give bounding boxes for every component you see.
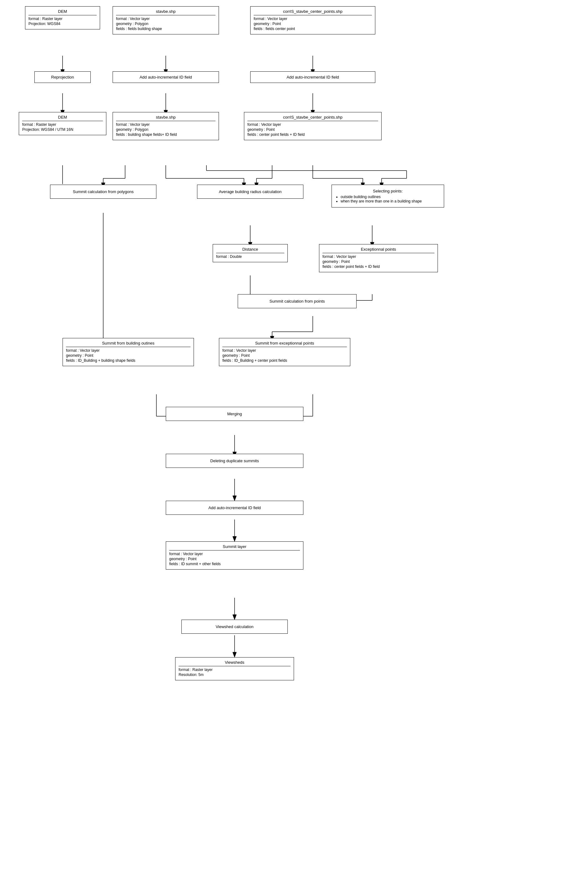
corris-reprojected-line2: geometry : Point <box>247 127 378 132</box>
exceptional-points-line1: format : Vector layer <box>322 255 434 259</box>
corris-reprojected-box: corrIS_stavbe_center_points.shp format :… <box>244 112 382 140</box>
selecting-points-item2: when they are more than one in a buildin… <box>341 199 440 203</box>
corris-input-line2: geometry : Point <box>254 22 372 26</box>
dem-input-title: DEM <box>28 9 97 14</box>
viewsheds-box: Viewsheds format : Raster layer Resoluti… <box>175 657 294 680</box>
stavbe-reprojected-box: stavbe.shp format : Vector layer geometr… <box>113 112 219 140</box>
summit-from-points-label: Summit calculation from points <box>269 299 325 304</box>
avg-building-radius-label: Average building radius calculation <box>219 189 282 194</box>
stavbe-input-title: stavbe.shp <box>116 9 215 14</box>
stavbe-reprojected-line1: format : Vector layer <box>116 122 215 127</box>
stavbe-reprojected-title: stavbe.shp <box>116 115 215 119</box>
add-id-corris-label: Add auto-incremental ID field <box>287 75 339 79</box>
avg-building-radius-box: Average building radius calculation <box>197 185 303 199</box>
reprojection-box: Reprojection <box>34 72 91 83</box>
summit-layer-line3: fields : ID summit + other fields <box>169 562 300 566</box>
deleting-duplicates-label: Deleting duplicate summits <box>210 459 259 463</box>
deleting-duplicates-box: Deleting duplicate summits <box>166 454 303 468</box>
corris-reprojected-title: corrIS_stavbe_center_points.shp <box>247 115 378 119</box>
summit-from-exceptional-title: Summit from exceptionnal points <box>223 341 347 346</box>
add-id-final-box: Add auto-incremental ID field <box>166 501 303 515</box>
dem-input-line1: format : Raster layer <box>28 16 97 21</box>
summit-layer-line1: format : Vector layer <box>169 552 300 556</box>
summit-layer-line2: geometry : Point <box>169 557 300 561</box>
viewsheds-line1: format : Raster layer <box>178 667 291 672</box>
corris-reprojected-line1: format : Vector layer <box>247 122 378 127</box>
dem-reprojected-title: DEM <box>22 115 103 119</box>
reprojection-label: Reprojection <box>51 75 74 79</box>
svg-marker-69 <box>233 652 236 657</box>
corris-input-box: corrIS_stavbe_center_points.shp format :… <box>250 6 375 34</box>
viewshed-calc-label: Viewshed calculation <box>215 624 253 629</box>
exceptional-points-line3: fields : center point fields + ID field <box>322 264 434 269</box>
summit-from-exceptional-line1: format : Vector layer <box>223 348 347 353</box>
stavbe-input-line2: geometry : Polygon <box>116 22 215 26</box>
viewsheds-line2: Resolution: 5m <box>178 673 291 677</box>
summit-from-exceptional-line3: fields : ID_Building + center point fiel… <box>223 358 347 363</box>
add-id-stavbe-label: Add auto-incremental ID field <box>140 75 192 79</box>
dem-reprojected-line1: format : Raster layer <box>22 122 103 127</box>
selecting-points-box: Selecting points: outside building outli… <box>331 185 444 207</box>
summit-from-outlines-box: Summit from building outines format : Ve… <box>62 338 194 366</box>
summit-from-polygons-box: Summit calculation from polygons <box>50 185 156 199</box>
corris-input-title: corrIS_stavbe_center_points.shp <box>254 9 372 14</box>
selecting-points-item1: outside building outlines <box>341 195 440 199</box>
stavbe-reprojected-line2: geometry : Polygon <box>116 127 215 132</box>
summit-layer-box: Summit layer format : Vector layer geome… <box>166 541 303 569</box>
merging-box: Merging <box>166 407 303 421</box>
dem-input-line2: Projection: WGS84 <box>28 22 97 26</box>
distance-title: Distance <box>216 247 284 252</box>
summit-from-exceptional-box: Summit from exceptionnal points format :… <box>219 338 350 366</box>
exceptional-points-box: Exceptionnal points format : Vector laye… <box>319 244 438 272</box>
add-id-corris-box: Add auto-incremental ID field <box>250 72 375 83</box>
viewsheds-title: Viewsheds <box>178 660 291 665</box>
stavbe-input-box: stavbe.shp format : Vector layer geometr… <box>113 6 219 34</box>
corris-input-line1: format : Vector layer <box>254 16 372 21</box>
summit-from-exceptional-line2: geometry : Point <box>223 353 347 358</box>
svg-marker-63 <box>233 496 236 501</box>
summit-from-polygons-label: Summit calculation from polygons <box>73 189 134 194</box>
svg-marker-65 <box>233 536 236 541</box>
summit-from-outlines-title: Summit from building outines <box>66 341 190 346</box>
stavbe-reprojected-line3: fields : building shape fields+ ID field <box>116 133 215 137</box>
svg-marker-67 <box>233 615 236 620</box>
distance-box: Distance format : Double <box>213 244 288 262</box>
summit-from-outlines-line2: geometry : Point <box>66 353 190 358</box>
viewshed-calc-box: Viewshed calculation <box>181 620 288 634</box>
dem-reprojected-box: DEM format : Raster layer Projection: WG… <box>19 112 106 135</box>
distance-line1: format : Double <box>216 255 284 259</box>
add-id-stavbe-box: Add auto-incremental ID field <box>113 72 219 83</box>
summit-from-outlines-line1: format : Vector layer <box>66 348 190 353</box>
summit-layer-title: Summit layer <box>169 544 300 549</box>
dem-reprojected-line2: Projection: WGS84 / UTM 16N <box>22 127 103 132</box>
corris-reprojected-line3: fields : center point fields + ID field <box>247 133 378 137</box>
summit-from-outlines-line3: fields : ID_Building + building shape fi… <box>66 358 190 363</box>
merging-label: Merging <box>227 411 242 416</box>
exceptional-points-line2: geometry : Point <box>322 259 434 264</box>
exceptional-points-title: Exceptionnal points <box>322 247 434 252</box>
add-id-final-label: Add auto-incremental ID field <box>208 505 261 510</box>
stavbe-input-line1: format : Vector layer <box>116 16 215 21</box>
selecting-points-list: outside building outlines when they are … <box>341 195 440 203</box>
selecting-points-title: Selecting points: <box>336 189 440 194</box>
dem-input-box: DEM format : Raster layer Projection: WG… <box>25 6 100 30</box>
diagram-container: DEM format : Raster layer Projection: WG… <box>0 0 588 870</box>
stavbe-input-line3: fields : fields building shape <box>116 27 215 31</box>
corris-input-line3: fields : fields center point <box>254 27 372 31</box>
summit-from-points-box: Summit calculation from points <box>238 294 356 308</box>
